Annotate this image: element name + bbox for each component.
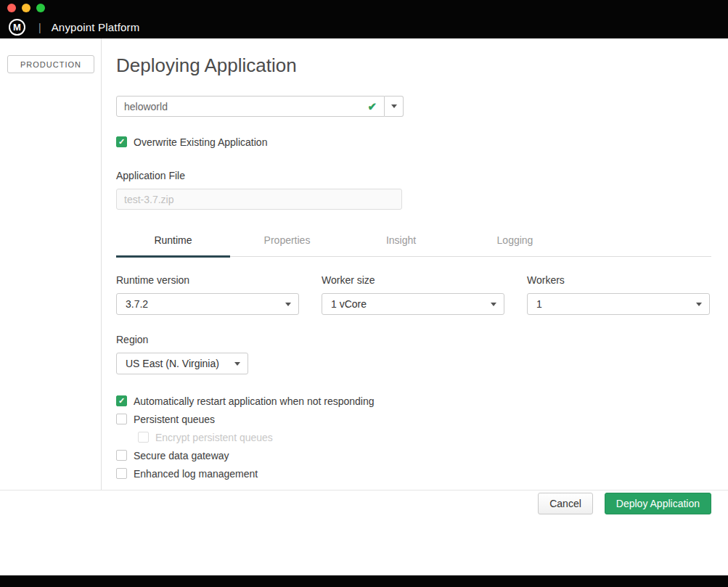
window-titlebar xyxy=(0,0,728,16)
workers-value: 1 xyxy=(536,298,542,310)
overwrite-existing-label: Overwrite Existing Application xyxy=(134,136,267,148)
app-name-input[interactable] xyxy=(124,101,363,112)
chevron-down-icon xyxy=(285,303,291,306)
app-header: M | Anypoint Platform xyxy=(0,16,728,38)
checkbox-icon[interactable] xyxy=(116,395,127,406)
application-file-label: Application File xyxy=(116,170,712,181)
checkbox-icon[interactable] xyxy=(116,136,127,147)
tab-logging[interactable]: Logging xyxy=(458,234,572,258)
tab-properties-label: Properties xyxy=(264,234,311,246)
minimize-window-button[interactable] xyxy=(22,4,30,12)
workers-select[interactable]: 1 xyxy=(527,293,710,315)
auto-restart-label: Automatically restart application when n… xyxy=(134,395,375,407)
chevron-down-icon xyxy=(491,303,496,306)
checkbox-icon xyxy=(138,432,149,443)
runtime-settings-row: Runtime version 3.7.2 Worker size 1 vCor… xyxy=(116,274,711,315)
chevron-down-icon xyxy=(696,303,702,306)
chevron-down-icon xyxy=(391,104,397,108)
tab-insight[interactable]: Insight xyxy=(344,234,458,258)
cancel-button[interactable]: Cancel xyxy=(538,493,593,514)
settings-tabs: Runtime Properties Insight Logging xyxy=(116,234,711,257)
form-actions: Cancel Deploy Application xyxy=(116,493,711,514)
region-field: Region US East (N. Virginia) xyxy=(116,334,248,374)
encrypt-persistent-queues-checkbox: Encrypt persistent queues xyxy=(138,428,712,446)
worker-size-label: Worker size xyxy=(322,274,504,286)
runtime-version-select[interactable]: 3.7.2 xyxy=(116,293,299,315)
deployment-options: Automatically restart application when n… xyxy=(116,392,712,483)
app-name-combo: ✔ xyxy=(116,96,712,117)
checkbox-icon[interactable] xyxy=(116,450,127,461)
secure-data-gateway-label: Secure data gateway xyxy=(134,450,229,461)
close-window-button[interactable] xyxy=(7,4,16,12)
tab-runtime-label: Runtime xyxy=(154,234,192,246)
tab-logging-label: Logging xyxy=(497,234,533,246)
app-name-dropdown-button[interactable] xyxy=(385,96,404,117)
environment-selector[interactable]: PRODUCTION xyxy=(7,55,94,73)
worker-size-value: 1 vCore xyxy=(331,298,367,310)
enhanced-log-management-label: Enhanced log management xyxy=(134,468,258,480)
overwrite-existing-checkbox[interactable]: Overwrite Existing Application xyxy=(116,133,712,151)
checkbox-icon[interactable] xyxy=(116,468,127,479)
zoom-window-button[interactable] xyxy=(36,4,45,12)
header-separator: | xyxy=(38,22,41,33)
region-select[interactable]: US East (N. Virginia) xyxy=(116,353,248,374)
deploy-application-button[interactable]: Deploy Application xyxy=(605,493,711,514)
environment-label: PRODUCTION xyxy=(20,60,81,69)
valid-check-icon: ✔ xyxy=(367,100,377,113)
secure-data-gateway-checkbox[interactable]: Secure data gateway xyxy=(116,446,712,464)
page-title: Deploying Application xyxy=(116,54,712,77)
workers-label: Workers xyxy=(527,274,710,286)
auto-restart-checkbox[interactable]: Automatically restart application when n… xyxy=(116,392,712,410)
application-file-input xyxy=(116,189,402,210)
runtime-version-label: Runtime version xyxy=(116,274,299,286)
checkbox-icon[interactable] xyxy=(116,414,127,424)
persistent-queues-label: Persistent queues xyxy=(134,414,215,425)
runtime-version-value: 3.7.2 xyxy=(126,298,148,310)
persistent-queues-checkbox[interactable]: Persistent queues xyxy=(116,410,712,428)
sidebar: PRODUCTION xyxy=(0,38,102,490)
enhanced-log-management-checkbox[interactable]: Enhanced log management xyxy=(116,464,712,483)
content-area: PRODUCTION Deploying Application ✔ Overw… xyxy=(0,38,728,490)
footer-bar xyxy=(0,575,728,587)
app-name-field-wrap: ✔ xyxy=(116,96,385,117)
region-value: US East (N. Virginia) xyxy=(126,358,219,369)
worker-size-select[interactable]: 1 vCore xyxy=(322,293,504,315)
encrypt-persistent-queues-label: Encrypt persistent queues xyxy=(155,432,273,443)
deploy-form: Deploying Application ✔ Overwrite Existi… xyxy=(102,38,728,490)
tab-insight-label: Insight xyxy=(386,234,416,246)
tab-runtime[interactable]: Runtime xyxy=(116,234,230,258)
mulesoft-logo-icon[interactable]: M xyxy=(9,19,25,36)
chevron-down-icon xyxy=(234,362,240,366)
tab-properties[interactable]: Properties xyxy=(230,234,344,258)
region-label: Region xyxy=(116,334,248,345)
brand-title: Anypoint Platform xyxy=(52,21,140,33)
logo-letter: M xyxy=(13,22,21,33)
